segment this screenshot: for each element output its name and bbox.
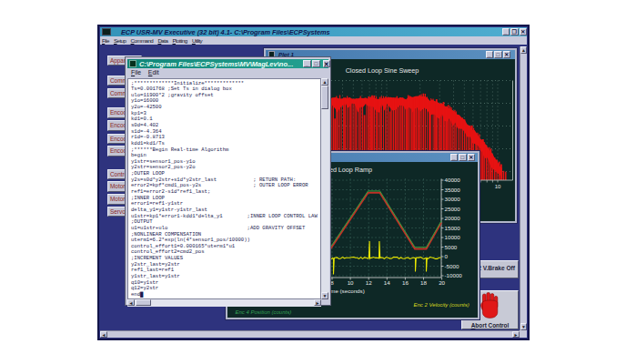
svg-text:20000: 20000 [444,215,460,221]
svg-text:16: 16 [401,279,408,286]
svg-text:10: 10 [495,184,501,189]
svg-text:20: 20 [439,279,445,286]
svg-text:14: 14 [383,279,389,286]
svg-text:18: 18 [420,279,427,286]
svg-text:Enc 2 Velocity (counts): Enc 2 Velocity (counts) [413,302,469,308]
svg-text:Closed Loop Sine Sweep: Closed Loop Sine Sweep [346,66,419,74]
svg-text:25000: 25000 [444,205,460,211]
svg-text:30000: 30000 [444,196,460,202]
svg-text:Time (seconds): Time (seconds) [326,287,364,293]
svg-text:15000: 15000 [444,224,460,230]
svg-text:35000: 35000 [444,186,460,192]
svg-text:-5000: -5000 [444,262,459,268]
svg-text:0: 0 [444,253,448,259]
svg-text:-10000: -10000 [444,272,462,278]
svg-text:5000: 5000 [444,243,457,249]
svg-text:40000: 40000 [444,177,460,183]
svg-text:10000: 10000 [444,234,460,240]
svg-text:Enc 4 Position (counts): Enc 4 Position (counts) [235,309,291,315]
svg-text:12: 12 [365,279,371,286]
svg-text:10: 10 [347,279,353,286]
